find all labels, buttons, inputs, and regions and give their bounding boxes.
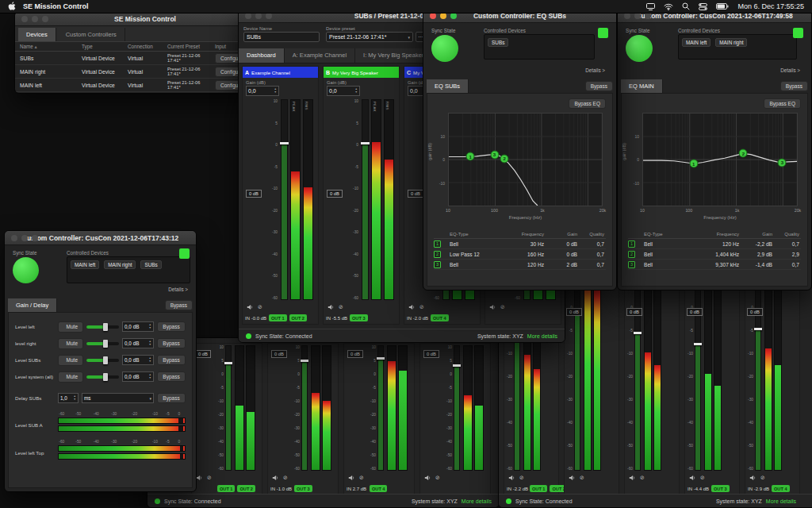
gain-spinner[interactable]: 0,0▲▼ bbox=[327, 86, 360, 96]
eq-band-handle[interactable]: 1 bbox=[689, 160, 698, 168]
fader[interactable] bbox=[634, 260, 641, 471]
zoom-button[interactable] bbox=[645, 13, 651, 19]
slider-handle[interactable] bbox=[103, 373, 108, 381]
mute-icon[interactable] bbox=[508, 475, 515, 481]
out-badge[interactable]: OUT 3 bbox=[711, 485, 729, 492]
eq-band-handle[interactable]: 3 bbox=[778, 158, 787, 167]
out-badge[interactable]: OUT 1 bbox=[269, 314, 286, 321]
fader-handle[interactable] bbox=[280, 142, 289, 144]
fader-handle[interactable] bbox=[361, 142, 370, 144]
tab-a-example-channel[interactable]: A: Example Channel bbox=[285, 48, 355, 63]
tab-eq-main[interactable]: EQ MAIN bbox=[621, 79, 663, 93]
title-bar[interactable]: Custom Controller: CusCon 2021-12-06T17:… bbox=[5, 231, 196, 245]
eq-band-handle[interactable]: 1 bbox=[466, 152, 475, 161]
bypass-icon[interactable]: ⊘ bbox=[207, 475, 212, 480]
more-details-link[interactable]: More details bbox=[766, 498, 796, 504]
level-value-spinner[interactable]: 0,0 dB▲▼ bbox=[122, 321, 154, 332]
close-button[interactable] bbox=[21, 16, 28, 22]
channel-header[interactable]: BMy Very Big Speaker bbox=[324, 67, 399, 78]
column-header[interactable]: Current Preset bbox=[167, 44, 215, 49]
eq-band-row[interactable]: 2Bell1,404 kHz2,9 dB2,9 bbox=[628, 249, 801, 260]
mute-button[interactable]: Mute bbox=[58, 371, 83, 383]
spinner-arrows-icon[interactable]: ▲▼ bbox=[149, 341, 151, 347]
bypass-icon[interactable]: ⊘ bbox=[580, 475, 584, 480]
out-badge[interactable]: OUT 3 bbox=[350, 314, 367, 321]
mute-icon[interactable] bbox=[196, 475, 202, 481]
bypass-icon[interactable]: ⊘ bbox=[419, 304, 424, 310]
close-button[interactable] bbox=[430, 13, 436, 19]
zoom-button[interactable] bbox=[42, 16, 48, 22]
zoom-button[interactable] bbox=[450, 13, 457, 19]
tab-devices[interactable]: Devices bbox=[18, 28, 56, 41]
tab-dashboard[interactable]: Dashboard bbox=[239, 48, 285, 63]
bypass-icon[interactable]: ⊘ bbox=[500, 304, 505, 310]
details-link[interactable]: Details > bbox=[585, 67, 605, 73]
bypass-icon[interactable]: ⊘ bbox=[640, 475, 645, 480]
bypass-button[interactable]: Bypass bbox=[157, 321, 186, 332]
band-number-chip[interactable]: 1 bbox=[434, 241, 441, 248]
details-link[interactable]: Details > bbox=[168, 287, 188, 292]
fader[interactable] bbox=[301, 345, 308, 471]
close-button[interactable] bbox=[624, 13, 630, 19]
mute-icon[interactable] bbox=[348, 475, 354, 481]
fader[interactable] bbox=[755, 260, 761, 471]
delay-unit-select[interactable]: ms▾ bbox=[82, 393, 154, 403]
fader-handle[interactable] bbox=[377, 357, 385, 360]
out-badge[interactable]: OUT 4 bbox=[431, 314, 448, 321]
bypass-icon[interactable]: ⊘ bbox=[435, 475, 440, 480]
channel-header[interactable]: AExample Channel bbox=[243, 67, 318, 78]
device-row[interactable]: MAIN leftVirtual DeviceVirtualPreset 21-… bbox=[15, 79, 275, 92]
apple-menu-icon[interactable] bbox=[8, 2, 16, 11]
band-number-chip[interactable]: 3 bbox=[628, 261, 635, 268]
mute-button[interactable]: Mute bbox=[58, 321, 83, 333]
spinner-arrows-icon[interactable]: ▲▼ bbox=[149, 357, 151, 364]
delay-value-spinner[interactable]: 1,0▲▼ bbox=[58, 393, 79, 403]
menu-app-name[interactable]: SE Mission Control bbox=[23, 2, 89, 10]
mute-icon[interactable] bbox=[327, 304, 334, 310]
mute-icon[interactable] bbox=[272, 475, 278, 481]
fader-handle[interactable] bbox=[754, 328, 762, 330]
bypass-button[interactable]: Bypass bbox=[165, 300, 193, 310]
fader-handle[interactable] bbox=[634, 332, 642, 334]
spinner-arrows-icon[interactable]: ▲▼ bbox=[355, 88, 358, 94]
band-number-chip[interactable]: 3 bbox=[434, 261, 441, 268]
wifi-icon[interactable] bbox=[664, 3, 673, 10]
fader[interactable] bbox=[695, 260, 701, 471]
fader-handle[interactable] bbox=[301, 360, 308, 362]
eq-graph[interactable] bbox=[642, 113, 798, 206]
fader[interactable] bbox=[454, 345, 460, 471]
search-icon[interactable] bbox=[682, 2, 690, 10]
band-number-chip[interactable]: 1 bbox=[628, 241, 635, 248]
mute-icon[interactable] bbox=[689, 475, 695, 481]
details-link[interactable]: Details > bbox=[780, 67, 800, 73]
bypass-icon[interactable]: ⊘ bbox=[258, 304, 262, 310]
display-icon[interactable] bbox=[646, 3, 655, 10]
bypass-icon[interactable]: ⊘ bbox=[760, 475, 765, 480]
device-row[interactable]: SUBsVirtual DeviceVirtualPreset 21-12-06… bbox=[15, 52, 275, 65]
band-number-chip[interactable]: 2 bbox=[628, 251, 635, 258]
close-button[interactable] bbox=[11, 235, 17, 241]
out-badge[interactable]: OUT 1 bbox=[217, 485, 235, 492]
bypass-eq-button[interactable]: Bypass EQ bbox=[764, 98, 801, 109]
menu-clock[interactable]: Mon 6. Dec 17:55:25 bbox=[737, 2, 804, 10]
eq-band-row[interactable]: 1Bell120 Hz-2,2 dB0,7 bbox=[628, 239, 801, 249]
spinner-arrows-icon[interactable]: ▲▼ bbox=[274, 88, 277, 94]
minimize-button[interactable] bbox=[32, 16, 38, 22]
out-badge[interactable]: OUT 2 bbox=[237, 485, 255, 492]
bypass-icon[interactable]: ⊘ bbox=[700, 475, 705, 480]
bypass-icon[interactable]: ⊘ bbox=[359, 475, 364, 480]
eq-band-handle[interactable]: 3 bbox=[490, 150, 499, 159]
spinner-arrows-icon[interactable]: ▲▼ bbox=[149, 374, 151, 380]
mute-button[interactable]: Mute bbox=[58, 355, 83, 366]
zoom-button[interactable] bbox=[32, 235, 38, 241]
mute-icon[interactable] bbox=[247, 304, 253, 310]
mute-icon[interactable] bbox=[408, 304, 415, 310]
tab-gain-delay[interactable]: Gain / Delay bbox=[8, 298, 57, 312]
eq-band-row[interactable]: 3Bell9,307 kHz-1,4 dB0,7 bbox=[628, 260, 801, 270]
eq-band-row[interactable]: 2Low Pass 12160 Hz0 dB0,7 bbox=[434, 249, 606, 260]
column-header[interactable]: Name ▴ bbox=[20, 44, 82, 49]
fader[interactable] bbox=[362, 99, 369, 300]
bypass-button[interactable]: Bypass bbox=[157, 393, 186, 403]
level-value-spinner[interactable]: 0,0 dB▲▼ bbox=[122, 355, 154, 365]
spinner-arrows-icon[interactable]: ▲▼ bbox=[74, 395, 76, 402]
